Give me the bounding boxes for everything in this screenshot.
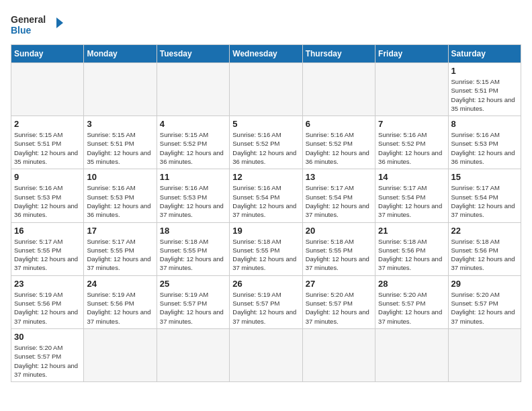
header: GeneralBlue <box>11 11 521 38</box>
calendar-cell: 22Sunrise: 5:18 AMSunset: 5:56 PMDayligh… <box>448 222 521 275</box>
calendar-week-row: 16Sunrise: 5:17 AMSunset: 5:55 PMDayligh… <box>11 222 521 275</box>
calendar-cell: 21Sunrise: 5:18 AMSunset: 5:56 PMDayligh… <box>375 222 448 275</box>
calendar-cell: 9Sunrise: 5:16 AMSunset: 5:53 PMDaylight… <box>11 169 84 222</box>
calendar-week-row: 9Sunrise: 5:16 AMSunset: 5:53 PMDaylight… <box>11 169 521 222</box>
calendar-cell: 1Sunrise: 5:15 AMSunset: 5:51 PMDaylight… <box>448 63 521 116</box>
calendar-cell: 17Sunrise: 5:17 AMSunset: 5:55 PMDayligh… <box>84 222 157 275</box>
weekday-header: Wednesday <box>230 45 302 63</box>
day-number: 16 <box>14 226 81 236</box>
day-number: 4 <box>160 119 226 129</box>
weekday-header-row: SundayMondayTuesdayWednesdayThursdayFrid… <box>11 45 521 63</box>
calendar-cell <box>375 328 448 381</box>
calendar-cell: 30Sunrise: 5:20 AMSunset: 5:57 PMDayligh… <box>11 328 84 381</box>
day-info: Sunrise: 5:18 AMSunset: 5:56 PMDaylight:… <box>451 237 518 273</box>
calendar-week-row: 1Sunrise: 5:15 AMSunset: 5:51 PMDaylight… <box>11 63 521 116</box>
day-number: 7 <box>378 119 445 129</box>
day-number: 5 <box>232 119 299 129</box>
calendar-cell <box>302 63 375 116</box>
day-info: Sunrise: 5:17 AMSunset: 5:54 PMDaylight:… <box>378 183 445 219</box>
calendar-week-row: 30Sunrise: 5:20 AMSunset: 5:57 PMDayligh… <box>11 328 521 381</box>
calendar-cell: 29Sunrise: 5:20 AMSunset: 5:57 PMDayligh… <box>448 275 521 328</box>
day-info: Sunrise: 5:16 AMSunset: 5:52 PMDaylight:… <box>232 130 299 166</box>
day-number: 18 <box>160 226 226 236</box>
calendar-table: SundayMondayTuesdayWednesdayThursdayFrid… <box>11 44 521 382</box>
calendar-cell: 4Sunrise: 5:15 AMSunset: 5:52 PMDaylight… <box>157 116 229 169</box>
calendar-cell <box>230 63 302 116</box>
day-number: 13 <box>306 172 372 182</box>
day-number: 28 <box>378 279 445 289</box>
day-number: 17 <box>87 226 153 236</box>
day-info: Sunrise: 5:15 AMSunset: 5:51 PMDaylight:… <box>451 77 518 113</box>
day-info: Sunrise: 5:17 AMSunset: 5:54 PMDaylight:… <box>451 183 518 219</box>
calendar-cell: 15Sunrise: 5:17 AMSunset: 5:54 PMDayligh… <box>448 169 521 222</box>
day-number: 25 <box>160 279 226 289</box>
calendar-cell: 28Sunrise: 5:20 AMSunset: 5:57 PMDayligh… <box>375 275 448 328</box>
day-info: Sunrise: 5:18 AMSunset: 5:55 PMDaylight:… <box>160 237 226 273</box>
calendar-cell: 19Sunrise: 5:18 AMSunset: 5:55 PMDayligh… <box>230 222 302 275</box>
calendar-cell: 18Sunrise: 5:18 AMSunset: 5:55 PMDayligh… <box>157 222 229 275</box>
calendar-cell: 6Sunrise: 5:16 AMSunset: 5:52 PMDaylight… <box>302 116 375 169</box>
calendar-cell: 10Sunrise: 5:16 AMSunset: 5:53 PMDayligh… <box>84 169 157 222</box>
day-info: Sunrise: 5:20 AMSunset: 5:57 PMDaylight:… <box>14 343 81 379</box>
day-number: 1 <box>451 66 518 76</box>
day-number: 29 <box>451 279 518 289</box>
day-info: Sunrise: 5:18 AMSunset: 5:55 PMDaylight:… <box>232 237 299 273</box>
calendar-cell: 24Sunrise: 5:19 AMSunset: 5:56 PMDayligh… <box>84 275 157 328</box>
day-info: Sunrise: 5:19 AMSunset: 5:56 PMDaylight:… <box>14 290 81 326</box>
day-info: Sunrise: 5:15 AMSunset: 5:51 PMDaylight:… <box>87 130 153 166</box>
calendar-cell: 14Sunrise: 5:17 AMSunset: 5:54 PMDayligh… <box>375 169 448 222</box>
logo: GeneralBlue <box>11 11 64 38</box>
day-info: Sunrise: 5:20 AMSunset: 5:57 PMDaylight:… <box>306 290 372 326</box>
day-info: Sunrise: 5:17 AMSunset: 5:55 PMDaylight:… <box>14 237 81 273</box>
calendar-cell: 5Sunrise: 5:16 AMSunset: 5:52 PMDaylight… <box>230 116 302 169</box>
svg-text:Blue: Blue <box>11 25 32 36</box>
calendar-cell <box>11 63 84 116</box>
calendar-cell: 25Sunrise: 5:19 AMSunset: 5:57 PMDayligh… <box>157 275 229 328</box>
calendar-cell: 26Sunrise: 5:19 AMSunset: 5:57 PMDayligh… <box>230 275 302 328</box>
day-number: 11 <box>160 172 226 182</box>
day-number: 15 <box>451 172 518 182</box>
day-info: Sunrise: 5:15 AMSunset: 5:52 PMDaylight:… <box>160 130 226 166</box>
calendar-week-row: 23Sunrise: 5:19 AMSunset: 5:56 PMDayligh… <box>11 275 521 328</box>
day-info: Sunrise: 5:20 AMSunset: 5:57 PMDaylight:… <box>378 290 445 326</box>
calendar-cell: 27Sunrise: 5:20 AMSunset: 5:57 PMDayligh… <box>302 275 375 328</box>
day-info: Sunrise: 5:17 AMSunset: 5:55 PMDaylight:… <box>87 237 153 273</box>
day-number: 24 <box>87 279 153 289</box>
calendar-cell: 3Sunrise: 5:15 AMSunset: 5:51 PMDaylight… <box>84 116 157 169</box>
day-number: 26 <box>232 279 299 289</box>
day-number: 2 <box>14 119 81 129</box>
day-info: Sunrise: 5:15 AMSunset: 5:51 PMDaylight:… <box>14 130 81 166</box>
day-info: Sunrise: 5:18 AMSunset: 5:56 PMDaylight:… <box>378 237 445 273</box>
weekday-header: Monday <box>84 45 157 63</box>
weekday-header: Tuesday <box>157 45 229 63</box>
day-number: 27 <box>306 279 372 289</box>
day-number: 14 <box>378 172 445 182</box>
day-number: 12 <box>232 172 299 182</box>
weekday-header: Thursday <box>302 45 375 63</box>
day-info: Sunrise: 5:19 AMSunset: 5:57 PMDaylight:… <box>232 290 299 326</box>
calendar-cell: 7Sunrise: 5:16 AMSunset: 5:52 PMDaylight… <box>375 116 448 169</box>
day-number: 8 <box>451 119 518 129</box>
day-number: 30 <box>14 332 81 342</box>
calendar-cell <box>84 63 157 116</box>
day-info: Sunrise: 5:16 AMSunset: 5:52 PMDaylight:… <box>306 130 372 166</box>
calendar-cell <box>84 328 157 381</box>
day-info: Sunrise: 5:16 AMSunset: 5:54 PMDaylight:… <box>232 183 299 219</box>
day-number: 23 <box>14 279 81 289</box>
calendar-cell: 2Sunrise: 5:15 AMSunset: 5:51 PMDaylight… <box>11 116 84 169</box>
calendar-week-row: 2Sunrise: 5:15 AMSunset: 5:51 PMDaylight… <box>11 116 521 169</box>
day-info: Sunrise: 5:19 AMSunset: 5:56 PMDaylight:… <box>87 290 153 326</box>
calendar-cell: 8Sunrise: 5:16 AMSunset: 5:53 PMDaylight… <box>448 116 521 169</box>
day-number: 20 <box>306 226 372 236</box>
calendar-cell <box>157 63 229 116</box>
day-info: Sunrise: 5:16 AMSunset: 5:53 PMDaylight:… <box>14 183 81 219</box>
day-info: Sunrise: 5:18 AMSunset: 5:55 PMDaylight:… <box>306 237 372 273</box>
day-info: Sunrise: 5:16 AMSunset: 5:53 PMDaylight:… <box>451 130 518 166</box>
day-number: 22 <box>451 226 518 236</box>
day-info: Sunrise: 5:20 AMSunset: 5:57 PMDaylight:… <box>451 290 518 326</box>
day-number: 19 <box>232 226 299 236</box>
day-number: 3 <box>87 119 153 129</box>
calendar-cell: 11Sunrise: 5:16 AMSunset: 5:53 PMDayligh… <box>157 169 229 222</box>
weekday-header: Saturday <box>448 45 521 63</box>
svg-text:General: General <box>11 14 46 25</box>
